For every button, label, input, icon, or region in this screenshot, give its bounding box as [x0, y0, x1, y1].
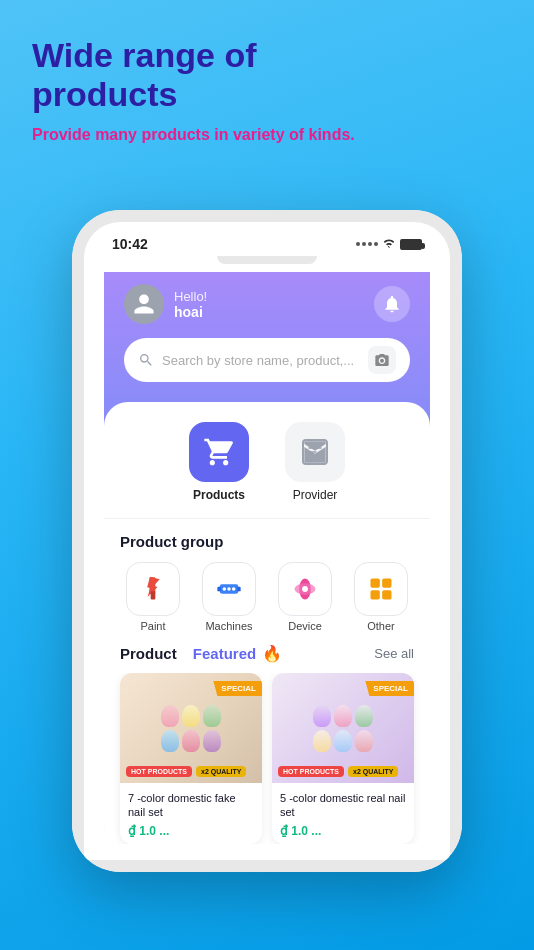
- search-bar[interactable]: Search by store name, product,...: [124, 338, 410, 382]
- app-content: Hello! hoai Search by store name,: [104, 272, 430, 860]
- product-name-1: 7 -color domestic fake nail set: [128, 791, 254, 820]
- products-row: SPECIAL HOT PRODUCTS x2 QUALITY 7 -color…: [104, 673, 430, 844]
- product-price-1: ₫ 1.0 ...: [128, 824, 254, 838]
- see-all-button[interactable]: See all: [374, 646, 414, 661]
- search-input[interactable]: Search by store name, product,...: [162, 353, 360, 368]
- search-icon: [138, 352, 154, 368]
- svg-rect-16: [382, 590, 391, 599]
- product-group-title: Product group: [120, 533, 414, 550]
- product-price-2: ₫ 1.0 ...: [280, 824, 406, 838]
- tab-provider[interactable]: Provider: [275, 422, 355, 502]
- device-icon-box: [278, 562, 332, 616]
- product-badges-2: HOT PRODUCTS x2 QUALITY: [278, 766, 398, 777]
- divider: [104, 518, 430, 519]
- app-header: Hello! hoai Search by store name,: [104, 272, 430, 402]
- group-paint-label: Paint: [140, 620, 165, 632]
- special-badge-1: SPECIAL: [213, 681, 262, 696]
- group-item-machines[interactable]: Machines: [196, 562, 262, 632]
- svg-point-0: [218, 443, 226, 451]
- product-name-2: 5 -color domestic real nail set: [280, 791, 406, 820]
- greeting-label: Hello!: [174, 289, 207, 304]
- phone-frame: 10:42: [72, 210, 462, 872]
- status-bar: 10:42: [104, 232, 430, 256]
- fire-icon: 🔥: [262, 644, 282, 663]
- paint-icon-box: [126, 562, 180, 616]
- notification-button[interactable]: [374, 286, 410, 322]
- group-item-device[interactable]: Device: [272, 562, 338, 632]
- product-info-1: 7 -color domestic fake nail set ₫ 1.0 ..…: [120, 783, 262, 844]
- product-group-section: Product group: [104, 533, 430, 644]
- camera-icon: [374, 352, 390, 368]
- svg-rect-15: [371, 590, 380, 599]
- svg-point-7: [223, 587, 227, 591]
- svg-rect-3: [151, 591, 156, 599]
- status-time: 10:42: [112, 236, 148, 252]
- product-badges-1: HOT PRODUCTS x2 QUALITY: [126, 766, 246, 777]
- tab-provider-label: Provider: [293, 488, 338, 502]
- special-badge-2: SPECIAL: [365, 681, 414, 696]
- phone-mockup: 10:42: [72, 210, 462, 872]
- signal-icon: [356, 242, 378, 246]
- other-icon-box: [354, 562, 408, 616]
- status-icons: [356, 237, 422, 251]
- wifi-icon: [382, 237, 396, 251]
- group-item-paint[interactable]: Paint: [120, 562, 186, 632]
- page-background: Wide range of products Provide many prod…: [0, 0, 534, 164]
- category-tabs: Products Provider: [104, 418, 430, 518]
- group-machines-label: Machines: [205, 620, 252, 632]
- product-group-row: Paint: [120, 562, 414, 632]
- page-subtitle: Provide many products in variety of kind…: [32, 126, 502, 144]
- user-info: Hello! hoai: [124, 284, 207, 324]
- avatar: [124, 284, 164, 324]
- page-title: Wide range of products: [32, 36, 502, 114]
- battery-icon: [400, 239, 422, 250]
- svg-rect-6: [237, 587, 241, 592]
- user-row: Hello! hoai: [124, 284, 410, 324]
- product-image-2: SPECIAL HOT PRODUCTS x2 QUALITY: [272, 673, 414, 783]
- hot-badge-1: HOT PRODUCTS: [126, 766, 192, 777]
- svg-point-8: [227, 587, 231, 591]
- group-item-other[interactable]: Other: [348, 562, 414, 632]
- user-text: Hello! hoai: [174, 289, 207, 320]
- white-content-area: Products Provider: [104, 402, 430, 860]
- svg-point-12: [302, 586, 308, 592]
- product-card-2[interactable]: SPECIAL HOT PRODUCTS x2 QUALITY 5 -color…: [272, 673, 414, 844]
- svg-rect-2: [150, 577, 156, 593]
- machines-icon-box: [202, 562, 256, 616]
- featured-title: Product Featured 🔥: [120, 644, 282, 663]
- group-other-label: Other: [367, 620, 395, 632]
- quality-badge-2: x2 QUALITY: [348, 766, 398, 777]
- hot-badge-2: HOT PRODUCTS: [278, 766, 344, 777]
- phone-notch: [217, 256, 317, 264]
- svg-rect-13: [371, 579, 380, 588]
- camera-scan-button[interactable]: [368, 346, 396, 374]
- svg-rect-14: [382, 579, 391, 588]
- product-image-1: SPECIAL HOT PRODUCTS x2 QUALITY: [120, 673, 262, 783]
- svg-rect-5: [217, 587, 221, 592]
- tab-products[interactable]: Products: [179, 422, 259, 502]
- product-info-2: 5 -color domestic real nail set ₫ 1.0 ..…: [272, 783, 414, 844]
- featured-header: Product Featured 🔥 See all: [104, 644, 430, 673]
- provider-icon-box: [285, 422, 345, 482]
- page-header: Wide range of products Provide many prod…: [0, 0, 534, 164]
- tab-products-label: Products: [193, 488, 245, 502]
- products-icon-box: [189, 422, 249, 482]
- svg-point-9: [232, 587, 236, 591]
- username-label: hoai: [174, 304, 207, 320]
- product-card-1[interactable]: SPECIAL HOT PRODUCTS x2 QUALITY 7 -color…: [120, 673, 262, 844]
- quality-badge-1: x2 QUALITY: [196, 766, 246, 777]
- group-device-label: Device: [288, 620, 322, 632]
- phone-screen: 10:42: [84, 222, 450, 860]
